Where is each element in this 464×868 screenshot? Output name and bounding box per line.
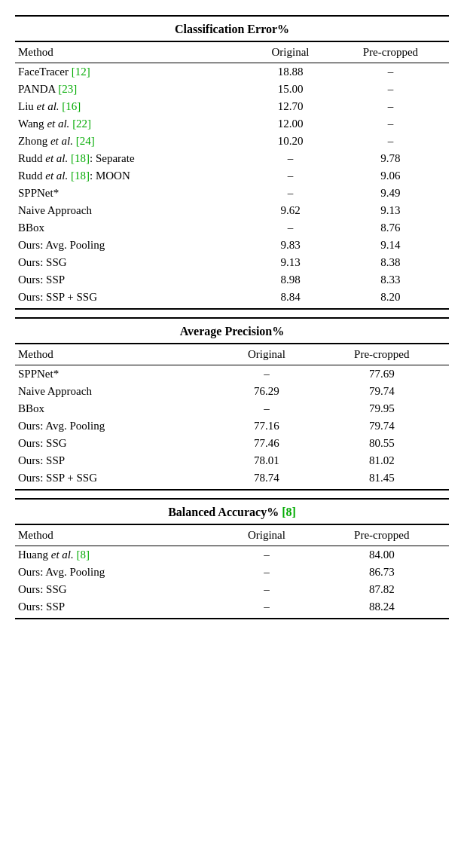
col-precropped: Pre-cropped: [332, 41, 449, 63]
original-cell: 18.88: [249, 63, 332, 81]
original-cell: 15.00: [249, 81, 332, 98]
balanced-accuracy-table: Balanced Accuracy% [8] Method Original P…: [15, 498, 449, 619]
original-cell: –: [218, 400, 314, 417]
table-row: Ours: SSG 77.46 80.55: [15, 435, 449, 452]
table-row: Ours: SSG – 87.82: [15, 581, 449, 598]
table-row: Rudd et al. [18]: Separate – 9.78: [15, 150, 449, 167]
table-row: Liu et al. [16] 12.70 –: [15, 98, 449, 115]
precropped-cell: 8.76: [332, 219, 449, 237]
precropped-cell: 9.06: [332, 167, 449, 185]
method-cell: Ours: SSG: [15, 581, 218, 598]
method-cell: Huang et al. [8]: [15, 546, 218, 564]
original-cell: –: [249, 167, 332, 185]
section-title: Balanced Accuracy% [8]: [15, 499, 449, 524]
method-cell: Rudd et al. [18]: Separate: [15, 150, 249, 167]
table-row: Naive Approach 76.29 79.74: [15, 383, 449, 400]
method-cell: PANDA [23]: [15, 81, 249, 98]
precropped-cell: 8.38: [332, 254, 449, 271]
ref-link: [12]: [72, 66, 90, 78]
method-cell: BBox: [15, 219, 249, 237]
method-cell: Ours: SSG: [15, 435, 218, 452]
method-cell: BBox: [15, 400, 218, 417]
method-cell: FaceTracer [12]: [15, 63, 249, 81]
table-row: Rudd et al. [18]: MOON – 9.06: [15, 167, 449, 185]
table-row: Ours: Avg. Pooling – 86.73: [15, 564, 449, 581]
method-cell: Ours: SSP: [15, 598, 218, 619]
method-cell: Liu et al. [16]: [15, 98, 249, 115]
table-row: Ours: SSP + SSG 8.84 8.20: [15, 289, 449, 309]
column-header-row: Method Original Pre-cropped: [15, 41, 449, 63]
method-cell: Ours: SSP: [15, 271, 249, 289]
precropped-cell: 84.00: [315, 546, 449, 564]
classification-error-table: Classification Error% Method Original Pr…: [15, 15, 449, 310]
col-precropped: Pre-cropped: [315, 344, 449, 365]
original-cell: –: [249, 219, 332, 237]
table-row: BBox – 79.95: [15, 400, 449, 417]
section-title: Classification Error%: [15, 16, 449, 41]
section-title: Average Precision%: [15, 318, 449, 344]
section-header-row: Balanced Accuracy% [8]: [15, 499, 449, 524]
precropped-cell: 86.73: [315, 564, 449, 581]
precropped-cell: –: [332, 98, 449, 115]
section-gap: [15, 491, 449, 498]
original-cell: 12.70: [249, 98, 332, 115]
ref-link: [8]: [282, 506, 296, 518]
original-cell: 10.20: [249, 133, 332, 150]
precropped-cell: 77.69: [315, 365, 449, 384]
ref-link: [8]: [77, 549, 90, 561]
table-row: PANDA [23] 15.00 –: [15, 81, 449, 98]
table-row: Huang et al. [8] – 84.00: [15, 546, 449, 564]
column-header-row: Method Original Pre-cropped: [15, 344, 449, 365]
method-cell: SPPNet*: [15, 185, 249, 202]
col-method: Method: [15, 41, 249, 63]
table-row: Zhong et al. [24] 10.20 –: [15, 133, 449, 150]
precropped-cell: 79.74: [315, 417, 449, 435]
precropped-cell: 8.20: [332, 289, 449, 309]
table-row: BBox – 8.76: [15, 219, 449, 237]
method-cell: Wang et al. [22]: [15, 115, 249, 133]
original-cell: 9.83: [249, 237, 332, 254]
original-cell: –: [218, 564, 314, 581]
page-wrapper: Classification Error% Method Original Pr…: [15, 15, 449, 619]
precropped-cell: 87.82: [315, 581, 449, 598]
precropped-cell: –: [332, 133, 449, 150]
method-cell: Ours: SSP: [15, 452, 218, 469]
method-cell: Ours: Avg. Pooling: [15, 237, 249, 254]
col-original: Original: [218, 344, 314, 365]
table-row: Ours: SSP 78.01 81.02: [15, 452, 449, 469]
precropped-cell: 9.14: [332, 237, 449, 254]
method-cell: Ours: SSP + SSG: [15, 289, 249, 309]
table-row: Ours: Avg. Pooling 77.16 79.74: [15, 417, 449, 435]
method-cell: Ours: SSG: [15, 254, 249, 271]
original-cell: 12.00: [249, 115, 332, 133]
original-cell: 78.01: [218, 452, 314, 469]
section-gap: [15, 310, 449, 317]
original-cell: –: [218, 365, 314, 384]
method-cell: Rudd et al. [18]: MOON: [15, 167, 249, 185]
column-header-row: Method Original Pre-cropped: [15, 524, 449, 546]
table-row: SPPNet* – 77.69: [15, 365, 449, 384]
method-cell: Naive Approach: [15, 202, 249, 219]
precropped-cell: 8.33: [332, 271, 449, 289]
original-cell: 9.13: [249, 254, 332, 271]
original-cell: –: [218, 598, 314, 619]
method-cell: Zhong et al. [24]: [15, 133, 249, 150]
precropped-cell: 79.95: [315, 400, 449, 417]
method-cell: Naive Approach: [15, 383, 218, 400]
section-header-row: Average Precision%: [15, 318, 449, 344]
original-cell: 8.98: [249, 271, 332, 289]
table-row: Ours: SSP 8.98 8.33: [15, 271, 449, 289]
method-cell: Ours: Avg. Pooling: [15, 417, 218, 435]
precropped-cell: 9.13: [332, 202, 449, 219]
col-precropped: Pre-cropped: [315, 524, 449, 546]
average-precision-table: Average Precision% Method Original Pre-c…: [15, 317, 449, 491]
precropped-cell: 88.24: [315, 598, 449, 619]
precropped-cell: –: [332, 115, 449, 133]
col-method: Method: [15, 524, 218, 546]
table-row: Ours: SSG 9.13 8.38: [15, 254, 449, 271]
ref-link: [24]: [76, 135, 95, 147]
table-row: Wang et al. [22] 12.00 –: [15, 115, 449, 133]
section-header-row: Classification Error%: [15, 16, 449, 41]
precropped-cell: 81.45: [315, 469, 449, 490]
precropped-cell: 9.49: [332, 185, 449, 202]
